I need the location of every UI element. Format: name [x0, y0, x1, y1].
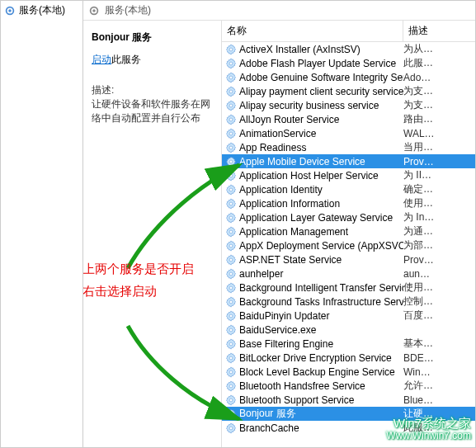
- service-name: BitLocker Drive Encryption Service: [239, 352, 392, 364]
- service-row[interactable]: Apple Mobile Device ServiceProv…: [222, 154, 475, 168]
- service-desc: 使用…: [403, 196, 472, 210]
- gear-icon: [225, 212, 237, 224]
- svg-point-4: [229, 48, 233, 51]
- svg-point-7: [229, 90, 233, 93]
- service-row[interactable]: BaiduService.exe: [222, 323, 475, 337]
- gear-icon: [225, 58, 237, 69]
- gear-icon: [225, 310, 237, 322]
- service-row[interactable]: Base Filtering Engine基本…: [222, 337, 475, 351]
- service-row[interactable]: Application Management为通…: [222, 224, 475, 238]
- svg-point-31: [229, 427, 233, 430]
- service-name: BaiduPinyin Updater: [239, 310, 329, 322]
- service-desc: BDE…: [403, 352, 472, 364]
- svg-point-27: [229, 370, 233, 374]
- service-row[interactable]: Background Tasks Infrastructure Service控…: [222, 295, 475, 309]
- service-row[interactable]: Application Identity确定…: [222, 182, 475, 196]
- service-row[interactable]: Bluetooth Handsfree Service允许…: [222, 379, 475, 393]
- annotation-line2: 右击选择启动: [83, 280, 213, 302]
- service-name: Bluetooth Handsfree Service: [239, 380, 365, 392]
- gear-icon: [225, 380, 237, 392]
- gear-icon: [225, 184, 237, 196]
- gear-icon: [225, 338, 237, 350]
- service-name: Application Management: [239, 226, 348, 238]
- service-row[interactable]: BaiduPinyin Updater百度…: [222, 309, 475, 323]
- gear-icon: [225, 86, 237, 97]
- svg-point-14: [229, 188, 233, 191]
- service-name: Application Layer Gateway Service: [239, 212, 393, 224]
- service-row[interactable]: AnimationServiceWAL…: [222, 126, 475, 140]
- service-row[interactable]: Background Intelligent Transfer Service使…: [222, 281, 475, 295]
- service-row[interactable]: Application Layer Gateway Service为 In…: [222, 210, 475, 224]
- service-desc: 为 In…: [403, 210, 472, 224]
- service-row[interactable]: BitLocker Drive Encryption ServiceBDE…: [222, 351, 475, 365]
- svg-point-25: [229, 342, 233, 346]
- svg-point-13: [229, 174, 233, 177]
- col-name[interactable]: 名称: [222, 21, 403, 41]
- service-row[interactable]: Adobe Flash Player Update Service此服…: [222, 56, 475, 70]
- service-name: Apple Mobile Device Service: [239, 156, 365, 167]
- desc-label: 描述:: [92, 83, 213, 97]
- service-desc: 确定…: [403, 182, 472, 196]
- topbar-label: 服务(本地): [105, 3, 151, 17]
- tree-item-services[interactable]: 服务(本地): [1, 1, 82, 20]
- gear-icon: [225, 114, 237, 125]
- svg-point-19: [229, 258, 233, 262]
- left-tree[interactable]: 服务(本地): [1, 1, 83, 447]
- gear-icon: [225, 72, 237, 83]
- service-desc: 此服…: [403, 56, 472, 70]
- service-name: ASP.NET State Service: [239, 254, 342, 266]
- service-row[interactable]: Alipay payment client security service为支…: [222, 84, 475, 98]
- start-link[interactable]: 启动: [92, 54, 111, 65]
- desc-text: 让硬件设备和软件服务在网络中自动配置并自行公布: [92, 97, 213, 125]
- service-name: Base Filtering Engine: [239, 338, 333, 350]
- details-panel: Bonjour 服务 启动此服务 描述: 让硬件设备和软件服务在网络中自动配置并…: [83, 21, 222, 447]
- services-list[interactable]: 名称 描述 ActiveX Installer (AxInstSV)为从…Ado…: [222, 21, 475, 447]
- service-name: Bonjour 服务: [239, 407, 296, 421]
- service-row[interactable]: App Readiness当用…: [222, 140, 475, 154]
- service-row[interactable]: AppX Deployment Service (AppXSVC)为部…: [222, 238, 475, 252]
- service-row[interactable]: aunhelperaun…: [222, 266, 475, 281]
- service-row[interactable]: AllJoyn Router Service路由…: [222, 112, 475, 126]
- svg-point-9: [229, 118, 233, 121]
- gear-icon: [225, 422, 237, 434]
- service-desc: 控制…: [403, 295, 472, 309]
- service-name: Adobe Flash Player Update Service: [239, 58, 396, 69]
- gear-icon: [225, 44, 237, 55]
- service-row[interactable]: ActiveX Installer (AxInstSV)为从…: [222, 42, 475, 56]
- service-row[interactable]: Application Host Helper Service为 II…: [222, 168, 475, 182]
- service-desc: 为支…: [403, 84, 472, 98]
- svg-point-20: [229, 272, 233, 276]
- svg-point-1: [8, 9, 12, 12]
- gear-icon: [225, 198, 237, 210]
- annotation-line1: 检查以上两个服务是否开启: [83, 257, 213, 280]
- service-row[interactable]: Block Level Backup Engine ServiceWin…: [222, 365, 475, 379]
- gear-icon: [225, 142, 237, 153]
- service-desc: 路由…: [403, 112, 472, 126]
- watermark-line2: Www.Winwin7.com: [386, 431, 471, 441]
- service-desc: 百度…: [403, 309, 472, 323]
- svg-point-16: [229, 216, 233, 219]
- gear-icon: [225, 128, 237, 139]
- service-name: BaiduService.exe: [239, 324, 316, 336]
- service-row[interactable]: Application Information使用…: [222, 196, 475, 210]
- service-row[interactable]: Adobe Genuine Software Integrity Service…: [222, 70, 475, 84]
- svg-point-22: [229, 300, 233, 304]
- service-name: App Readiness: [239, 142, 306, 153]
- service-row[interactable]: Alipay security business service为支…: [222, 98, 475, 112]
- svg-point-11: [229, 146, 233, 149]
- watermark: Win7系统之家 Www.Winwin7.com: [386, 417, 471, 441]
- gear-icon: [225, 240, 237, 252]
- tree-item-label: 服务(本地): [19, 3, 65, 17]
- service-name: Application Information: [239, 198, 340, 210]
- annotation-text: 检查以上两个服务是否开启 右击选择启动: [83, 257, 213, 302]
- service-row[interactable]: ASP.NET State ServiceProv…: [222, 252, 475, 266]
- gear-icon: [225, 282, 237, 294]
- service-desc: Prov…: [403, 156, 472, 167]
- svg-point-10: [229, 132, 233, 135]
- service-row[interactable]: Bluetooth Support ServiceBlue…: [222, 393, 475, 407]
- service-desc: 当用…: [403, 140, 472, 154]
- list-header[interactable]: 名称 描述: [222, 21, 475, 42]
- service-name: Background Tasks Infrastructure Service: [239, 296, 403, 308]
- col-desc[interactable]: 描述: [403, 21, 475, 41]
- gear-icon: [225, 226, 237, 238]
